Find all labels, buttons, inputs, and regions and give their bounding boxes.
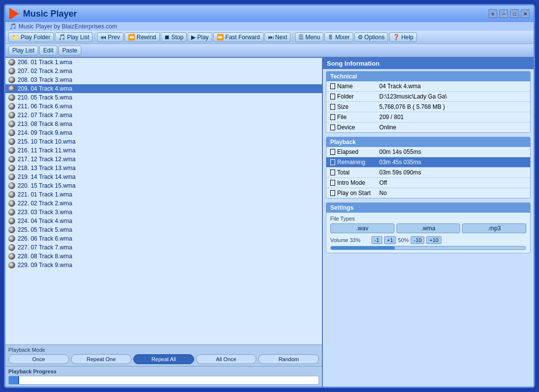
paste-tab[interactable]: Paste — [58, 46, 81, 55]
play-button[interactable]: ▶ Play — [188, 32, 212, 42]
track-label: 222. 02 Track 2.wma — [18, 200, 72, 207]
mode-repeat-one[interactable]: Repeat One — [71, 354, 132, 364]
list-item[interactable]: 222. 02 Track 2.wma — [5, 199, 322, 208]
progress-section: Playback Progress — [5, 366, 322, 387]
info-panel: Song Information Technical Name 04 Track… — [323, 58, 534, 387]
info-row-name: Name 04 Track 4.wma — [326, 81, 530, 92]
progress-bar[interactable] — [8, 376, 319, 385]
disc-icon — [8, 68, 15, 74]
vol-plus1-btn[interactable]: +1 — [384, 236, 396, 244]
list-item[interactable]: 215. 10 Track 10.wma — [5, 137, 322, 146]
play-list-button[interactable]: 🎵 Play List — [55, 32, 93, 42]
stop-button[interactable]: ⏹ Stop — [161, 32, 187, 42]
disc-icon — [8, 262, 15, 269]
track-label: 220. 15 Track 15.wma — [18, 182, 75, 189]
volume-slider-row — [330, 246, 526, 250]
intro-val: Off — [379, 179, 526, 186]
list-item[interactable]: 214. 09 Track 9.wma — [5, 128, 322, 137]
file-type-buttons: .wav .wma .mp3 — [330, 223, 526, 233]
list-item[interactable]: 213. 08 Track 8.wma — [5, 120, 322, 128]
list-item[interactable]: 216. 11 Track 11.wma — [5, 146, 322, 155]
ft-wma[interactable]: .wma — [396, 223, 461, 233]
app-window: Music Player ≡ ─ □ ✕ 🎵 Music Player by B… — [4, 4, 535, 388]
rewind-button[interactable]: ⏪ Rewind — [124, 32, 160, 42]
list-item[interactable]: 220. 15 Track 15.wma — [5, 181, 322, 190]
menu-icon: ☰ — [298, 34, 304, 41]
menu-btn[interactable]: ☰ Menu — [295, 32, 323, 42]
vol-plus10-btn[interactable]: +10 — [426, 236, 441, 244]
file-types-label: File Types — [330, 216, 526, 221]
technical-header: Technical — [326, 72, 530, 81]
help-button[interactable]: ❓ Help — [389, 32, 417, 42]
list-item[interactable]: 221. 01 Track 1.wma — [5, 190, 322, 199]
list-item[interactable]: 229. 09 Track 9.wma — [5, 261, 322, 270]
list-item[interactable]: 226. 06 Track 6.wma — [5, 234, 322, 243]
list-item[interactable]: 211. 06 Track 6.wma — [5, 102, 322, 111]
menu-button[interactable]: ≡ — [489, 9, 497, 18]
disc-icon — [8, 121, 15, 127]
playback-header: Playback — [326, 137, 530, 147]
fast-forward-button[interactable]: ⏩ Fast Forward — [213, 32, 264, 42]
folder-val: D:\123music\Lady Ga Ga\ — [379, 93, 526, 100]
list-item[interactable]: 223. 03 Track 3.wma — [5, 208, 322, 217]
mode-all-once[interactable]: All Once — [196, 354, 257, 364]
track-label: 225. 05 Track 5.wma — [18, 226, 72, 233]
name-val: 04 Track 4.wma — [379, 83, 526, 90]
edit-tab[interactable]: Edit — [39, 46, 57, 55]
list-item[interactable]: 212. 07 Track 7.wma — [5, 111, 322, 120]
track-label: 213. 08 Track 8.wma — [18, 121, 72, 127]
vol-pct: 50% — [398, 237, 409, 243]
list-item[interactable]: 209. 04 Track 4.wma — [5, 84, 322, 93]
disc-icon — [8, 191, 15, 198]
list-item[interactable]: 225. 05 Track 5.wma — [5, 225, 322, 234]
remaining-key: Remaining — [330, 159, 379, 166]
settings-body: File Types .wav .wma .mp3 Volume 33% -1 … — [326, 213, 530, 253]
main-area: 206. 01 Track 1.wma207. 02 Track 2.wma20… — [5, 58, 534, 387]
info-row-elapsed: Elapsed 00m 14s 055ms — [326, 147, 530, 157]
total-key: Total — [330, 169, 379, 176]
disc-icon — [8, 94, 15, 101]
prev-button[interactable]: ⏮ Prev — [97, 32, 123, 42]
disc-icon — [8, 253, 15, 260]
list-item[interactable]: 217. 12 Track 12.wma — [5, 155, 322, 164]
play-folder-button[interactable]: 📁 Play Folder — [8, 32, 54, 42]
second-toolbar: Play List Edit Paste — [5, 44, 534, 58]
disc-icon — [8, 103, 15, 110]
vol-minus1-btn[interactable]: -1 — [371, 236, 382, 244]
vol-minus10-btn[interactable]: -10 — [411, 236, 424, 244]
list-item[interactable]: 218. 13 Track 13.wma — [5, 164, 322, 172]
playback-mode: Playback Mode Once Repeat One Repeat All… — [5, 344, 322, 366]
list-item[interactable]: 224. 04 Track 4.wma — [5, 217, 322, 225]
next-button[interactable]: ⏭ Next — [265, 32, 291, 42]
list-item[interactable]: 207. 02 Track 2.wma — [5, 67, 322, 75]
list-item[interactable]: 219. 14 Track 14.wma — [5, 172, 322, 181]
list-item[interactable]: 228. 08 Track 8.wma — [5, 252, 322, 261]
ft-mp3[interactable]: .mp3 — [462, 223, 526, 233]
list-item[interactable]: 206. 01 Track 1.wma — [5, 58, 322, 67]
size-key: Size — [330, 103, 379, 110]
disc-icon — [8, 147, 15, 154]
list-item[interactable]: 210. 05 Track 5.wma — [5, 93, 322, 102]
progress-fill — [9, 376, 18, 384]
disc-icon — [8, 85, 15, 92]
mode-once[interactable]: Once — [8, 354, 69, 364]
close-button[interactable]: ✕ — [521, 9, 530, 18]
size-val: 5,768,076 B ( 5.768 MB ) — [379, 103, 526, 110]
ft-wav[interactable]: .wav — [330, 223, 394, 233]
playlist-list[interactable]: 206. 01 Track 1.wma207. 02 Track 2.wma20… — [5, 58, 322, 344]
mode-random[interactable]: Random — [258, 354, 319, 364]
maximize-button[interactable]: □ — [510, 9, 519, 18]
track-label: 227. 07 Track 7.wma — [18, 244, 72, 251]
minimize-button[interactable]: ─ — [499, 9, 508, 18]
progress-label: Playback Progress — [8, 368, 319, 374]
playlist-tab[interactable]: Play List — [8, 46, 38, 55]
mode-repeat-all[interactable]: Repeat All — [133, 354, 194, 364]
list-item[interactable]: 208. 03 Track 3.wma — [5, 75, 322, 84]
list-item[interactable]: 227. 07 Track 7.wma — [5, 243, 322, 252]
prev-icon: ⏮ — [100, 34, 106, 41]
options-button[interactable]: ⚙ Options — [354, 32, 388, 42]
disc-icon — [8, 129, 15, 136]
file-key: File — [330, 114, 379, 121]
volume-slider[interactable] — [330, 246, 526, 250]
mixer-button[interactable]: 🎚 Mixer — [324, 32, 353, 42]
